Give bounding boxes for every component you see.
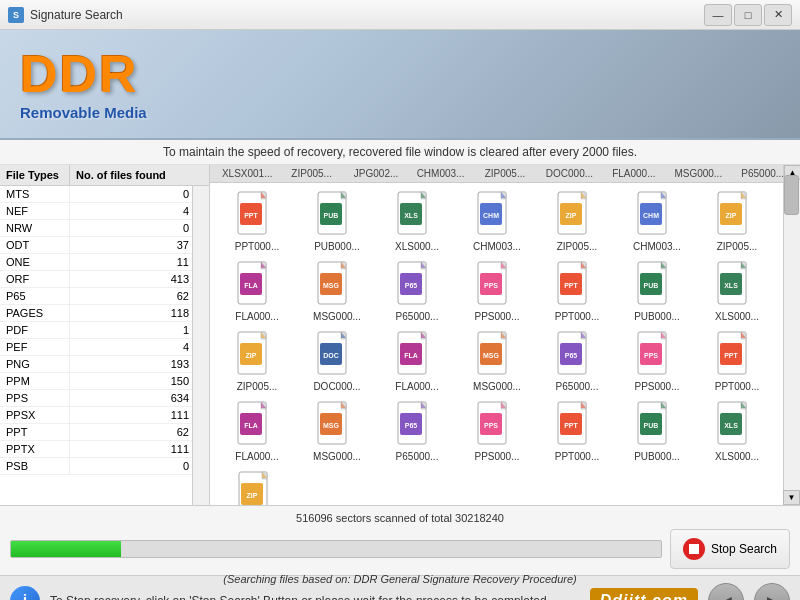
file-icon-item[interactable]: XLS XLS000... [378,189,456,253]
list-item[interactable]: MTS 0 [0,186,209,203]
list-item[interactable]: NEF 4 [0,203,209,220]
file-count-label: 0 [70,186,209,202]
file-name-label: XLS000... [699,311,775,322]
file-icon-item[interactable]: MSG MSG000... [298,259,376,323]
file-icon-item[interactable]: PUB PUB000... [298,189,376,253]
close-button[interactable]: ✕ [764,4,792,26]
file-icon-item[interactable]: FLA FLA000... [378,329,456,393]
svg-text:P65: P65 [405,422,418,429]
minimize-button[interactable]: — [704,4,732,26]
svg-text:P65: P65 [565,352,578,359]
msg-icon: MSG [317,401,357,449]
file-name-label: PPS000... [619,381,695,392]
list-item[interactable]: PPS 634 [0,390,209,407]
file-icon-row: FLA FLA000... MSG MSG000... P65 P65000..… [216,399,794,463]
file-count-label: 0 [70,220,209,236]
file-icon-item[interactable]: ZIP ZIP005... [538,189,616,253]
list-item[interactable]: PPSX 111 [0,407,209,424]
right-panel: XLSX001...ZIP005...JPG002...CHM003...ZIP… [210,165,800,505]
info-message: To maintain the speed of recovery, recov… [163,145,637,159]
svg-text:PPT: PPT [564,422,578,429]
svg-text:MSG: MSG [323,282,340,289]
file-icon-item[interactable]: PPT PPT000... [218,189,296,253]
file-name-label: P65000... [379,311,455,322]
file-icon-item[interactable]: XLS XLS000... [698,399,776,463]
file-icon-item[interactable]: PUB PUB000... [618,259,696,323]
list-item[interactable]: PNG 193 [0,356,209,373]
file-icon-item[interactable]: CHM CHM003... [618,189,696,253]
list-item[interactable]: ODT 37 [0,237,209,254]
pps-icon: PPS [477,261,517,309]
file-icon-item[interactable]: PPT PPT000... [538,399,616,463]
file-icon-item[interactable]: FLA FLA000... [218,399,296,463]
file-count-label: 11 [70,254,209,270]
svg-text:FLA: FLA [244,422,258,429]
list-item[interactable]: P65 62 [0,288,209,305]
file-count-label: 634 [70,390,209,406]
file-icon-item[interactable]: MSG MSG000... [458,329,536,393]
file-name-label: PPT000... [539,311,615,322]
file-name-label: FLA000... [379,381,455,392]
list-item[interactable]: NRW 0 [0,220,209,237]
stop-search-button[interactable]: Stop Search [670,529,790,569]
file-icon-item[interactable]: PPS PPS000... [458,399,536,463]
nav-next-button[interactable]: ▶ [754,583,790,601]
file-count-label: 118 [70,305,209,321]
list-item[interactable]: PPT 62 [0,424,209,441]
file-count-label: 1 [70,322,209,338]
list-item[interactable]: ORF 413 [0,271,209,288]
file-icon-item[interactable]: PPS PPS000... [618,329,696,393]
file-icon-item[interactable]: ZIP ZIP005... [218,329,296,393]
file-icon-item[interactable]: ZIP ZIP005... [218,469,298,505]
file-icon-item[interactable]: FLA FLA000... [218,259,296,323]
list-item[interactable]: PEF 4 [0,339,209,356]
zip-icon: ZIP [238,471,278,506]
svg-text:PPS: PPS [484,282,498,289]
list-item[interactable]: PPTX 111 [0,441,209,458]
grid-header-row: XLSX001...ZIP005...JPG002...CHM003...ZIP… [210,165,800,183]
file-name-label: XLS000... [379,241,455,252]
file-icon-item[interactable]: PPT PPT000... [698,329,776,393]
svg-text:XLS: XLS [724,282,738,289]
file-grid[interactable]: PPT PPT000... PUB PUB000... XLS XLS000..… [210,183,800,505]
scroll-down-arrow[interactable]: ▼ [783,490,800,505]
nav-prev-button[interactable]: ◀ [708,583,744,601]
file-icon-item[interactable]: P65 P65000... [378,399,456,463]
grid-header-item: CHM003... [409,168,471,179]
file-icon-item[interactable]: P65 P65000... [538,329,616,393]
file-icon-item[interactable]: PPS PPS000... [458,259,536,323]
file-icon-item[interactable]: PPT PPT000... [538,259,616,323]
file-name-label: CHM003... [459,241,535,252]
file-icon-item[interactable]: P65 P65000... [378,259,456,323]
file-icon-item[interactable]: ZIP ZIP005... [698,189,776,253]
file-name-label: FLA000... [219,451,295,462]
file-type-label: PSB [0,458,70,474]
file-icon-item[interactable]: PUB PUB000... [618,399,696,463]
list-item[interactable]: PSB 0 [0,458,209,475]
file-name-label: MSG000... [299,311,375,322]
file-type-label: ONE [0,254,70,270]
xls-icon: XLS [717,401,757,449]
file-icon-item[interactable]: XLS XLS000... [698,259,776,323]
svg-text:ZIP: ZIP [246,352,257,359]
list-item[interactable]: ONE 11 [0,254,209,271]
file-icon-item[interactable]: CHM CHM003... [458,189,536,253]
header: DDR Removable Media [0,30,800,140]
file-icon-item[interactable]: MSG MSG000... [298,399,376,463]
maximize-button[interactable]: □ [734,4,762,26]
svg-text:XLS: XLS [724,422,738,429]
doc-icon: DOC [317,331,357,379]
list-item[interactable]: PAGES 118 [0,305,209,322]
file-type-list[interactable]: MTS 0 NEF 4 NRW 0 ODT 37 ONE 11 ORF 413 … [0,186,209,505]
list-item[interactable]: PDF 1 [0,322,209,339]
svg-text:FLA: FLA [244,282,258,289]
list-item[interactable]: PPM 150 [0,373,209,390]
file-name-label: P65000... [379,451,455,462]
stop-search-label: Stop Search [711,542,777,556]
file-icon-item[interactable]: DOC DOC000... [298,329,376,393]
file-count-label: 4 [70,339,209,355]
title-bar-left: S Signature Search [8,7,123,23]
right-scrollbar[interactable]: ▲ ▼ [783,165,800,505]
svg-text:PUB: PUB [644,282,659,289]
scrollbar-thumb[interactable] [784,175,799,215]
